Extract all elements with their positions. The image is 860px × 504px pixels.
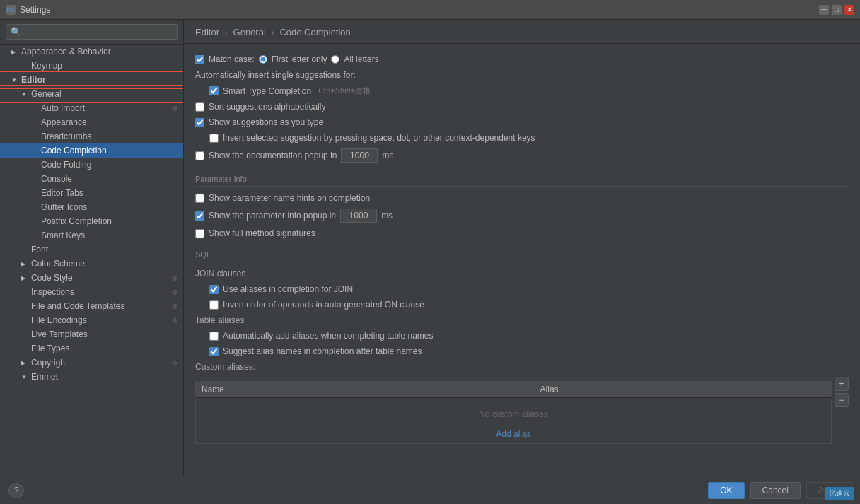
parameter-info-section-label: Parameter Info <box>195 175 849 187</box>
insert-selected-checkbox[interactable] <box>209 134 219 143</box>
show-suggestions-row: Show suggestions as you type <box>195 117 849 128</box>
sidebar-item-auto-import[interactable]: Auto Import ⚙ <box>0 101 183 115</box>
sidebar-item-label: Color Scheme <box>31 259 85 269</box>
sidebar-item-label: General <box>31 89 62 99</box>
sidebar-item-appearance-behavior[interactable]: ▶ Appearance & Behavior <box>0 45 183 59</box>
sidebar-item-copyright[interactable]: ▶ Copyright ⚙ <box>0 356 183 370</box>
show-full-method-label: Show full method signatures <box>209 228 315 238</box>
doc-popup-value[interactable] <box>341 148 378 163</box>
table-row-empty: No custom aliases Add alias <box>196 398 832 444</box>
breadcrumb-part: Editor <box>195 27 219 37</box>
sidebar-item-inspections[interactable]: Inspections ⚙ <box>0 285 183 299</box>
maximize-button[interactable]: □ <box>832 5 842 15</box>
app-icon: PS <box>6 5 16 15</box>
invert-order-label: Invert order of operands in auto-generat… <box>223 300 424 310</box>
sidebar-item-general[interactable]: ▼ General <box>0 87 183 101</box>
config-icon: ⚙ <box>171 303 178 310</box>
sidebar-item-label: Gutter Icons <box>41 202 87 212</box>
window-controls: ─ □ ✕ <box>819 5 854 15</box>
param-popup-value[interactable] <box>340 209 377 223</box>
auto-insert-row: Automatically insert single suggestions … <box>195 69 849 81</box>
use-aliases-row: Use aliases in completion for JOIN <box>195 283 849 295</box>
bottom-bar: ? OK Cancel Apply <box>0 476 860 504</box>
all-letters-label: All letters <box>344 54 378 64</box>
match-case-checkbox[interactable] <box>195 55 204 64</box>
expand-arrow: ▶ <box>21 261 28 267</box>
table-aliases-row: Table aliases <box>195 315 849 326</box>
sidebar-item-code-completion[interactable]: Code Completion <box>0 143 183 158</box>
config-icon: ⚙ <box>171 105 178 112</box>
sidebar-item-keymap[interactable]: Keymap <box>0 59 183 73</box>
sidebar-item-label: Editor Tabs <box>41 188 83 198</box>
sidebar-item-label: Postfix Completion <box>41 216 112 226</box>
show-suggestions-label: Show suggestions as you type <box>209 117 323 127</box>
content-area: Editor › General › Code Completion Match… <box>184 20 860 476</box>
sidebar-item-console[interactable]: Console <box>0 172 183 186</box>
sidebar-item-emmet[interactable]: ▼ Emmet <box>0 370 183 384</box>
sidebar-item-editor-tabs[interactable]: Editor Tabs <box>0 186 183 200</box>
sidebar-item-smart-keys[interactable]: Smart Keys <box>0 228 183 242</box>
invert-order-checkbox[interactable] <box>209 300 219 310</box>
first-letter-radio[interactable] <box>259 55 267 64</box>
sidebar-item-appearance[interactable]: Appearance <box>0 115 183 129</box>
sidebar-item-gutter-icons[interactable]: Gutter Icons <box>0 200 183 214</box>
sidebar-item-label: Breadcrumbs <box>41 131 91 141</box>
sort-suggestions-row: Sort suggestions alphabetically <box>195 101 849 112</box>
sidebar-item-editor[interactable]: ▼ Editor <box>0 73 183 87</box>
use-aliases-checkbox[interactable] <box>209 285 219 294</box>
auto-add-aliases-label: Automatically add aliases when completin… <box>223 331 434 341</box>
table-aliases-label: Table aliases <box>195 315 244 325</box>
config-icon: ⚙ <box>171 359 178 367</box>
match-case-label: Match case: <box>209 54 255 64</box>
auto-insert-label: Automatically insert single suggestions … <box>195 70 356 80</box>
ok-button[interactable]: OK <box>708 482 744 499</box>
config-icon: ⚙ <box>171 317 178 324</box>
sidebar-item-label: File Types <box>31 344 69 353</box>
show-popup-checkbox[interactable] <box>195 211 204 221</box>
show-suggestions-checkbox[interactable] <box>195 118 204 127</box>
sort-suggestions-label: Sort suggestions alphabetically <box>209 102 325 112</box>
sidebar-item-label: Code Folding <box>41 160 91 170</box>
custom-aliases-row: Custom aliases: <box>195 361 849 373</box>
add-row-button[interactable]: + <box>835 377 849 391</box>
auto-add-aliases-row: Automatically add aliases when completin… <box>195 330 849 341</box>
sidebar-item-breadcrumbs[interactable]: Breadcrumbs <box>0 129 183 143</box>
cancel-button[interactable]: Cancel <box>750 482 801 499</box>
sidebar-item-label: Appearance <box>41 117 87 127</box>
show-full-method-checkbox[interactable] <box>195 229 204 238</box>
all-letters-radio[interactable] <box>331 55 339 64</box>
search-box <box>0 20 183 45</box>
sidebar-item-file-code-templates[interactable]: File and Code Templates ⚙ <box>0 299 183 313</box>
expand-arrow: ▼ <box>11 77 18 83</box>
sidebar-item-file-types[interactable]: File Types <box>0 341 183 356</box>
aliases-table: Name Alias No custom aliases Add alias <box>195 381 832 444</box>
help-button[interactable]: ? <box>8 483 24 498</box>
sidebar-item-label: Keymap <box>31 61 62 71</box>
breadcrumb: Editor › General › Code Completion <box>184 20 860 44</box>
add-alias-link[interactable]: Add alias <box>496 429 530 439</box>
close-button[interactable]: ✕ <box>844 5 854 15</box>
sidebar-item-label: Code Style <box>31 273 73 283</box>
search-input[interactable] <box>6 24 178 40</box>
sidebar-item-file-encodings[interactable]: File Encodings ⚙ <box>0 313 183 327</box>
smart-type-checkbox[interactable] <box>209 86 219 95</box>
remove-row-button[interactable]: − <box>835 393 849 407</box>
sidebar-item-code-style[interactable]: ▶ Code Style ⚙ <box>0 271 183 285</box>
param-popup-unit: ms <box>381 211 393 221</box>
sidebar-item-code-folding[interactable]: Code Folding <box>0 158 183 172</box>
sidebar-item-color-scheme[interactable]: ▶ Color Scheme <box>0 257 183 271</box>
sidebar-item-font[interactable]: Font <box>0 242 183 257</box>
show-doc-popup-checkbox[interactable] <box>195 151 204 160</box>
sidebar-item-label: Console <box>41 174 72 184</box>
show-doc-popup-label: Show the documentation popup in <box>209 151 337 160</box>
smart-type-label: Smart Type Completion <box>223 86 311 96</box>
minimize-button[interactable]: ─ <box>819 5 829 15</box>
show-hints-checkbox[interactable] <box>195 194 204 203</box>
sort-suggestions-checkbox[interactable] <box>195 102 204 112</box>
auto-add-aliases-checkbox[interactable] <box>209 332 219 341</box>
suggest-alias-names-checkbox[interactable] <box>209 347 219 356</box>
sidebar-item-label: Auto Import <box>41 103 85 113</box>
show-full-method-row: Show full method signatures <box>195 228 849 239</box>
sidebar-item-live-templates[interactable]: Live Templates <box>0 327 183 341</box>
sidebar-item-postfix-completion[interactable]: Postfix Completion <box>0 214 183 228</box>
